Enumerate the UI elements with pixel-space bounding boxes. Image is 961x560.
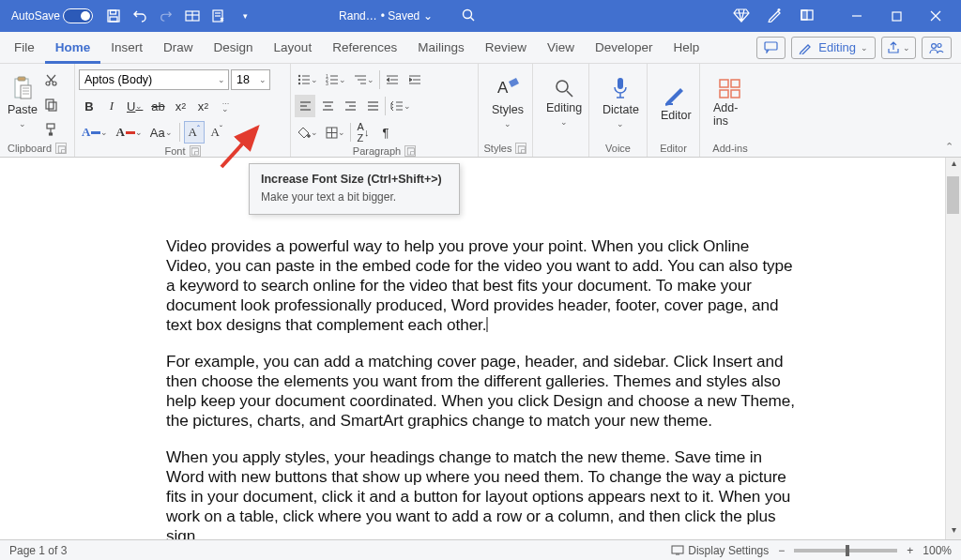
multilevel-list-button[interactable]: ⌄ [351,68,377,91]
svg-rect-30 [46,99,53,109]
tab-developer[interactable]: Developer [585,32,664,64]
svg-point-34 [298,75,300,77]
vertical-scrollbar[interactable]: ▴ ▾ [945,158,961,539]
align-center-button[interactable] [317,95,338,117]
paragraph-1: Video provides a powerful way to help yo… [166,236,795,335]
addins-button[interactable]: Add-ins [704,66,756,139]
qat-customize-icon[interactable]: ▾ [236,7,254,25]
zoom-level[interactable]: 100% [923,544,952,557]
line-spacing-button[interactable]: ⌄ [388,95,414,117]
tab-review[interactable]: Review [475,32,537,64]
superscript-button[interactable]: x2 [192,95,213,117]
shrink-font-button[interactable]: Aˇ [206,121,227,144]
display-settings-label: Display Settings [688,544,769,557]
tab-design[interactable]: Design [204,32,264,64]
bold-button[interactable]: B [79,95,99,117]
autosave-toggle[interactable] [63,8,93,23]
diamond-icon[interactable] [733,7,750,26]
collapse-ribbon-button[interactable]: ⌃ [945,141,953,153]
svg-point-75 [557,81,568,92]
qat-icon-2[interactable] [209,7,228,25]
zoom-slider[interactable] [794,549,897,552]
underline-button[interactable]: U ⌄ [124,95,145,117]
scroll-thumb[interactable] [947,176,959,214]
align-left-button[interactable] [295,95,315,117]
editing-mode-button[interactable]: Editing ⌄ [791,37,876,59]
tab-view[interactable]: View [537,32,585,64]
redo-icon[interactable] [157,7,175,25]
font-name-combo[interactable]: Aptos (Body)⌄ [79,69,229,90]
tab-file[interactable]: File [4,32,45,64]
pen-sparkle-icon[interactable] [767,7,783,25]
subscript-button[interactable]: x2 [170,95,191,117]
italic-button[interactable]: I [101,95,122,117]
font-group-label: Font [164,145,185,157]
font-color-button[interactable]: A⌄ [113,121,145,144]
editor-group-label: Editor [651,140,695,157]
editing-label: Editing [546,101,582,114]
justify-button[interactable] [362,95,383,117]
save-icon[interactable] [104,7,123,25]
font-dialog-launcher[interactable]: ◲ [190,145,201,157]
scroll-down-button[interactable]: ▾ [946,524,961,539]
doc-saved-state: • Saved [381,9,420,23]
svg-point-19 [938,43,941,47]
tab-home[interactable]: Home [45,32,101,64]
page-indicator[interactable]: Page 1 of 3 [9,544,67,557]
document-title[interactable]: Rand… • Saved ⌄ [339,9,433,23]
scroll-up-button[interactable]: ▴ [946,158,961,173]
styles-dialog-launcher[interactable]: ◲ [515,143,526,154]
editing-button[interactable]: Editing⌄ [537,66,591,139]
text-highlight-button[interactable]: A⌄ [79,121,111,144]
show-hide-button[interactable]: ¶ [375,121,396,144]
undo-icon[interactable] [130,7,149,25]
tab-draw[interactable]: Draw [153,32,204,64]
svg-rect-79 [720,80,728,87]
minimize-button[interactable] [837,0,877,32]
clipboard-dialog-launcher[interactable]: ◲ [55,143,67,154]
editing-mode-label: Editing [818,40,856,54]
tab-insert[interactable]: Insert [100,32,153,64]
editor-button[interactable]: Editor [651,66,701,139]
search-icon [554,78,574,98]
dictate-button[interactable]: Dictate⌄ [593,66,648,139]
bullets-button[interactable]: ⌄ [295,68,321,91]
shading-button[interactable]: ⌄ [295,121,321,144]
font-size-combo[interactable]: 18⌄ [231,69,270,90]
document-area[interactable]: Video provides a powerful way to help yo… [0,158,961,539]
tab-references[interactable]: References [322,32,407,64]
zoom-in-button[interactable]: + [907,544,913,557]
window-snap-icon[interactable] [800,8,815,25]
comments-button[interactable] [756,37,786,59]
zoom-out-button[interactable]: − [778,544,785,557]
svg-rect-82 [731,90,740,98]
decrease-indent-button[interactable] [382,68,403,91]
copy-button[interactable] [41,93,62,115]
qat-icon-1[interactable] [183,7,202,25]
text-effects-button[interactable]: …⌄ [215,95,236,117]
numbering-button[interactable]: 123⌄ [323,68,349,91]
styles-group-label: Styles [484,143,512,154]
format-painter-button[interactable] [41,117,62,140]
change-case-button[interactable]: Aa ⌄ [147,121,175,144]
paste-button[interactable]: Paste ⌄ [4,66,41,139]
search-button[interactable] [461,8,476,25]
borders-button[interactable]: ⌄ [323,121,348,144]
tab-layout[interactable]: Layout [264,32,323,64]
strikethrough-button[interactable]: ab [147,95,168,117]
align-right-button[interactable] [340,95,360,117]
close-button[interactable] [916,0,955,32]
increase-indent-button[interactable] [404,68,425,91]
tab-mailings[interactable]: Mailings [407,32,475,64]
display-settings-button[interactable]: Display Settings [671,544,769,557]
cut-button[interactable] [41,68,62,91]
paragraph-dialog-launcher[interactable]: ◲ [404,145,416,157]
share-people-button[interactable] [922,37,952,59]
maximize-button[interactable] [877,0,916,32]
tab-help[interactable]: Help [664,32,710,64]
styles-button[interactable]: A Styles⌄ [482,66,533,139]
grow-font-button[interactable]: Aˆ [184,121,205,144]
svg-point-70 [308,134,311,137]
share-button[interactable]: ⌄ [881,37,916,59]
sort-button[interactable]: AZ↓ [353,121,374,144]
